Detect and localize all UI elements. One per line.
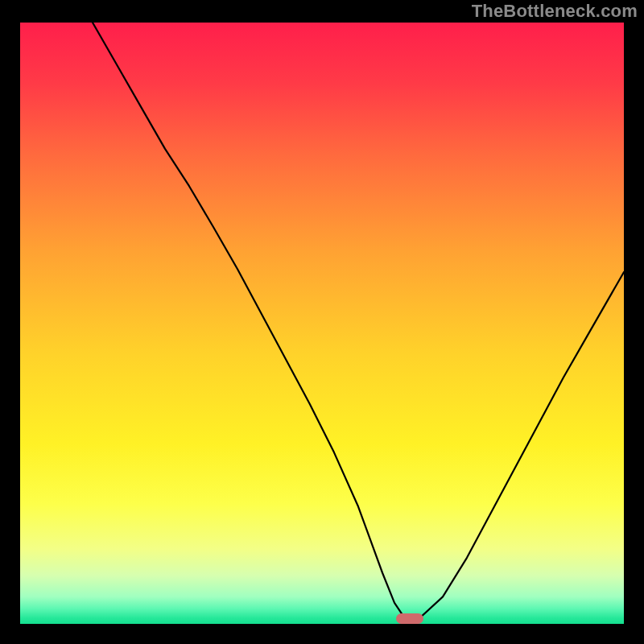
svg-rect-0 [20, 23, 624, 624]
optimal-point-marker [396, 613, 424, 624]
chart-plot-area [20, 23, 624, 624]
watermark-text: TheBottleneck.com [472, 1, 638, 22]
chart-background-gradient [20, 23, 624, 624]
